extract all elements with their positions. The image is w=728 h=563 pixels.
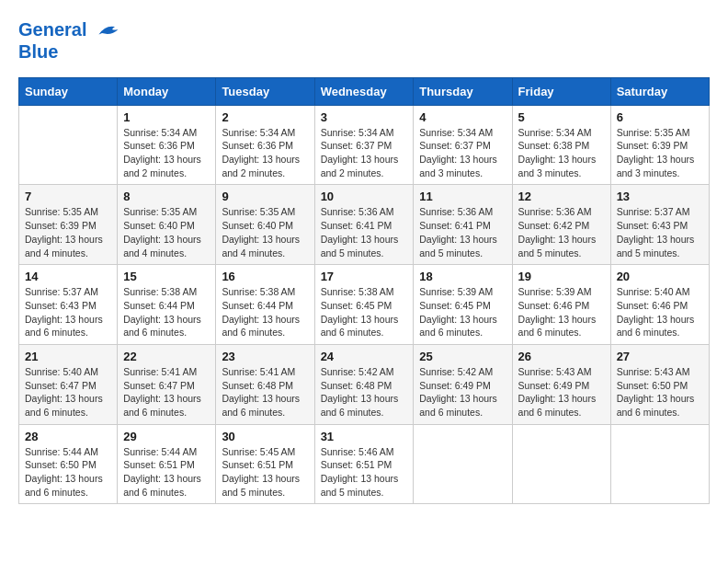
day-cell: 28Sunrise: 5:44 AMSunset: 6:50 PMDayligh… — [19, 424, 118, 504]
day-cell: 25Sunrise: 5:42 AMSunset: 6:49 PMDayligh… — [414, 344, 512, 424]
logo: General Blue — [18, 18, 121, 63]
logo-text: General — [18, 18, 121, 41]
day-number: 24 — [321, 350, 408, 363]
page-header: General Blue — [18, 18, 710, 63]
day-info: Sunrise: 5:46 AMSunset: 6:51 PMDaylight:… — [321, 445, 408, 500]
col-header-thursday: Thursday — [414, 77, 512, 105]
day-info: Sunrise: 5:38 AMSunset: 6:44 PMDaylight:… — [123, 285, 210, 339]
day-cell: 3Sunrise: 5:34 AMSunset: 6:37 PMDaylight… — [314, 105, 414, 185]
day-cell: 22Sunrise: 5:41 AMSunset: 6:47 PMDayligh… — [118, 344, 216, 424]
day-info: Sunrise: 5:42 AMSunset: 6:49 PMDaylight:… — [419, 365, 506, 419]
week-row-5: 28Sunrise: 5:44 AMSunset: 6:50 PMDayligh… — [19, 424, 710, 504]
day-info: Sunrise: 5:39 AMSunset: 6:45 PMDaylight:… — [419, 285, 506, 339]
day-number: 13 — [617, 190, 703, 203]
day-info: Sunrise: 5:36 AMSunset: 6:41 PMDaylight:… — [419, 205, 506, 259]
day-cell: 9Sunrise: 5:35 AMSunset: 6:40 PMDaylight… — [216, 185, 314, 265]
day-info: Sunrise: 5:34 AMSunset: 6:37 PMDaylight:… — [419, 126, 506, 180]
day-number: 18 — [419, 270, 506, 283]
day-info: Sunrise: 5:38 AMSunset: 6:45 PMDaylight:… — [321, 285, 408, 339]
day-info: Sunrise: 5:41 AMSunset: 6:48 PMDaylight:… — [222, 365, 308, 419]
day-cell: 27Sunrise: 5:43 AMSunset: 6:50 PMDayligh… — [610, 344, 709, 424]
day-number: 31 — [321, 430, 408, 443]
day-info: Sunrise: 5:44 AMSunset: 6:50 PMDaylight:… — [25, 445, 111, 500]
day-number: 17 — [321, 270, 408, 283]
day-number: 15 — [123, 270, 210, 283]
day-info: Sunrise: 5:35 AMSunset: 6:40 PMDaylight:… — [222, 205, 308, 259]
day-number: 23 — [222, 350, 308, 363]
day-cell: 6Sunrise: 5:35 AMSunset: 6:39 PMDaylight… — [610, 105, 709, 185]
day-cell — [19, 105, 118, 185]
logo-blue: Blue — [18, 41, 121, 63]
day-cell: 11Sunrise: 5:36 AMSunset: 6:41 PMDayligh… — [414, 185, 512, 265]
day-info: Sunrise: 5:37 AMSunset: 6:43 PMDaylight:… — [617, 205, 703, 259]
day-cell: 31Sunrise: 5:46 AMSunset: 6:51 PMDayligh… — [314, 424, 414, 504]
day-info: Sunrise: 5:41 AMSunset: 6:47 PMDaylight:… — [123, 365, 210, 419]
day-number: 30 — [222, 430, 308, 443]
day-cell: 15Sunrise: 5:38 AMSunset: 6:44 PMDayligh… — [118, 265, 216, 345]
day-number: 10 — [321, 190, 408, 203]
day-cell: 4Sunrise: 5:34 AMSunset: 6:37 PMDaylight… — [414, 105, 512, 185]
day-number: 2 — [222, 110, 308, 124]
day-number: 27 — [617, 350, 703, 363]
day-number: 22 — [123, 350, 210, 363]
day-cell: 12Sunrise: 5:36 AMSunset: 6:42 PMDayligh… — [512, 185, 610, 265]
col-header-friday: Friday — [512, 77, 610, 105]
col-header-saturday: Saturday — [610, 77, 709, 105]
day-number: 5 — [518, 110, 605, 124]
day-info: Sunrise: 5:35 AMSunset: 6:39 PMDaylight:… — [617, 126, 703, 180]
day-number: 12 — [518, 190, 605, 203]
col-header-sunday: Sunday — [19, 77, 118, 105]
day-info: Sunrise: 5:35 AMSunset: 6:40 PMDaylight:… — [123, 205, 210, 259]
day-cell: 5Sunrise: 5:34 AMSunset: 6:38 PMDaylight… — [512, 105, 610, 185]
day-number: 25 — [419, 350, 506, 363]
day-number: 3 — [321, 110, 408, 124]
calendar-table: SundayMondayTuesdayWednesdayThursdayFrid… — [18, 77, 710, 505]
day-cell — [610, 424, 709, 504]
day-info: Sunrise: 5:44 AMSunset: 6:51 PMDaylight:… — [123, 445, 210, 500]
day-number: 16 — [222, 270, 308, 283]
day-number: 21 — [25, 350, 111, 363]
calendar-header-row: SundayMondayTuesdayWednesdayThursdayFrid… — [19, 77, 710, 105]
day-cell: 19Sunrise: 5:39 AMSunset: 6:46 PMDayligh… — [512, 265, 610, 345]
day-cell: 2Sunrise: 5:34 AMSunset: 6:36 PMDaylight… — [216, 105, 314, 185]
day-info: Sunrise: 5:35 AMSunset: 6:39 PMDaylight:… — [25, 205, 111, 259]
day-cell: 24Sunrise: 5:42 AMSunset: 6:48 PMDayligh… — [314, 344, 414, 424]
day-cell — [414, 424, 512, 504]
day-number: 28 — [25, 430, 111, 443]
day-info: Sunrise: 5:34 AMSunset: 6:36 PMDaylight:… — [222, 126, 308, 180]
day-info: Sunrise: 5:34 AMSunset: 6:38 PMDaylight:… — [518, 126, 605, 180]
day-info: Sunrise: 5:40 AMSunset: 6:47 PMDaylight:… — [25, 365, 111, 419]
day-cell: 20Sunrise: 5:40 AMSunset: 6:46 PMDayligh… — [610, 265, 709, 345]
day-info: Sunrise: 5:39 AMSunset: 6:46 PMDaylight:… — [518, 285, 605, 339]
col-header-monday: Monday — [118, 77, 216, 105]
day-cell: 16Sunrise: 5:38 AMSunset: 6:44 PMDayligh… — [216, 265, 314, 345]
day-info: Sunrise: 5:42 AMSunset: 6:48 PMDaylight:… — [321, 365, 408, 419]
day-number: 14 — [25, 270, 111, 283]
day-info: Sunrise: 5:34 AMSunset: 6:37 PMDaylight:… — [321, 126, 408, 180]
col-header-tuesday: Tuesday — [216, 77, 314, 105]
logo-bird-icon — [96, 21, 121, 41]
day-number: 7 — [25, 190, 111, 203]
day-cell: 13Sunrise: 5:37 AMSunset: 6:43 PMDayligh… — [610, 185, 709, 265]
day-cell: 26Sunrise: 5:43 AMSunset: 6:49 PMDayligh… — [512, 344, 610, 424]
day-cell: 30Sunrise: 5:45 AMSunset: 6:51 PMDayligh… — [216, 424, 314, 504]
day-cell: 14Sunrise: 5:37 AMSunset: 6:43 PMDayligh… — [19, 265, 118, 345]
day-number: 1 — [123, 110, 210, 124]
day-number: 6 — [617, 110, 703, 124]
day-info: Sunrise: 5:43 AMSunset: 6:50 PMDaylight:… — [617, 365, 703, 419]
day-cell: 7Sunrise: 5:35 AMSunset: 6:39 PMDaylight… — [19, 185, 118, 265]
week-row-4: 21Sunrise: 5:40 AMSunset: 6:47 PMDayligh… — [19, 344, 710, 424]
day-number: 11 — [419, 190, 506, 203]
day-info: Sunrise: 5:36 AMSunset: 6:41 PMDaylight:… — [321, 205, 408, 259]
day-number: 9 — [222, 190, 308, 203]
day-info: Sunrise: 5:34 AMSunset: 6:36 PMDaylight:… — [123, 126, 210, 180]
week-row-3: 14Sunrise: 5:37 AMSunset: 6:43 PMDayligh… — [19, 265, 710, 345]
day-info: Sunrise: 5:37 AMSunset: 6:43 PMDaylight:… — [25, 285, 111, 339]
day-number: 19 — [518, 270, 605, 283]
week-row-1: 1Sunrise: 5:34 AMSunset: 6:36 PMDaylight… — [19, 105, 710, 185]
day-cell: 21Sunrise: 5:40 AMSunset: 6:47 PMDayligh… — [19, 344, 118, 424]
day-cell: 29Sunrise: 5:44 AMSunset: 6:51 PMDayligh… — [118, 424, 216, 504]
day-cell: 8Sunrise: 5:35 AMSunset: 6:40 PMDaylight… — [118, 185, 216, 265]
col-header-wednesday: Wednesday — [314, 77, 414, 105]
day-number: 20 — [617, 270, 703, 283]
